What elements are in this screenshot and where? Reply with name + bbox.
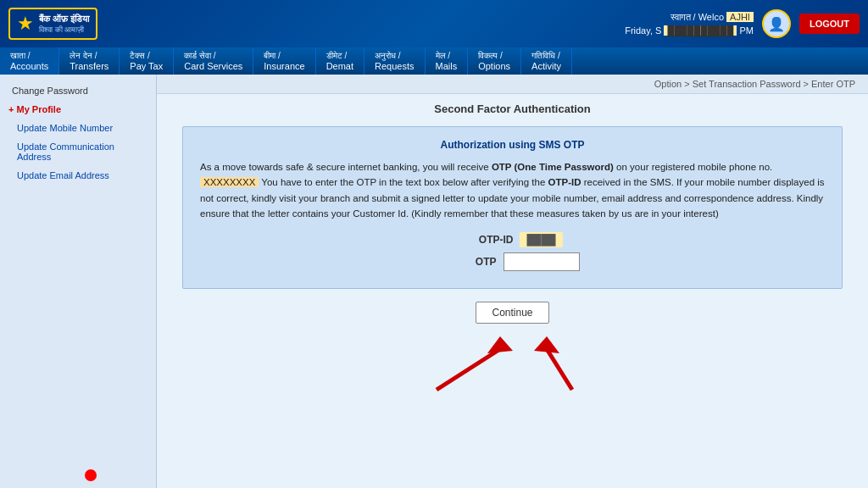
nav-insurance[interactable]: बीमा / Insurance	[253, 47, 315, 75]
nav-transfers[interactable]: लेन देन / Transfers	[59, 47, 120, 75]
svg-marker-3	[534, 336, 559, 353]
sidebar-update-email[interactable]: Update Email Address	[0, 166, 156, 185]
red-dot-indicator	[85, 469, 97, 481]
date-display: Friday, S ██████████ PM	[625, 24, 754, 38]
sidebar: Change Password + My Profile Update Mobi…	[0, 75, 157, 488]
nav-mails[interactable]: मेल / Mails	[426, 47, 469, 75]
continue-row: Continue	[182, 302, 843, 324]
nav-requests[interactable]: अनुरोध / Requests	[364, 47, 425, 75]
svg-line-0	[437, 349, 500, 390]
otp-id-label: OTP-ID	[462, 234, 513, 246]
bank-name-hindi: बैंक ऑफ़ इंडिया	[39, 13, 89, 25]
otp-card-title: Authorization using SMS OTP	[200, 139, 825, 151]
sidebar-update-mobile[interactable]: Update Mobile Number	[0, 119, 156, 137]
bank-tagline: विश्वा की आमाज़ी	[39, 25, 89, 35]
otp-input[interactable]	[504, 252, 580, 271]
nav-options[interactable]: विकल्प / Options	[468, 47, 521, 75]
star-icon: ★	[17, 13, 34, 35]
otp-label: OTP	[446, 256, 497, 268]
arrow-to-button	[437, 336, 513, 390]
sidebar-update-address[interactable]: Update Communication Address	[0, 137, 156, 166]
sidebar-my-profile[interactable]: + My Profile	[0, 100, 156, 119]
arrow-container	[182, 332, 843, 400]
arrows-svg	[301, 332, 725, 396]
svg-marker-1	[487, 336, 513, 353]
bank-logo: ★ बैंक ऑफ़ इंडिया विश्वा की आमाज़ी	[8, 8, 97, 40]
breadcrumb: Option > Set Transaction Password > Ente…	[157, 75, 868, 94]
welcome-label: स्वागत / Welco AJHI	[625, 10, 754, 25]
sidebar-change-password[interactable]: Change Password	[0, 81, 156, 100]
page-title: Second Factor Authentication	[157, 94, 868, 122]
welcome-text: स्वागत / Welco AJHI Friday, S ██████████…	[625, 10, 754, 38]
username-display: AJHI	[726, 12, 754, 22]
otp-input-row: OTP	[200, 252, 825, 271]
date-value: ██████████	[664, 25, 737, 36]
otp-id-row: OTP-ID ████	[200, 232, 825, 247]
logo-area: ★ बैंक ऑफ़ इंडिया विश्वा की आमाज़ी	[8, 8, 97, 40]
user-avatar: 👤	[762, 9, 791, 38]
nav-accounts[interactable]: खाता / Accounts	[0, 47, 59, 75]
otp-fields: OTP-ID ████ OTP	[200, 232, 825, 271]
nav-paytax[interactable]: टैक्स / Pay Tax	[120, 47, 174, 75]
arrow-to-otp	[534, 336, 572, 390]
otp-card: Authorization using SMS OTP As a move to…	[182, 126, 843, 289]
navigation-bar: खाता / Accounts लेन देन / Transfers टैक्…	[0, 47, 868, 75]
otp-id-value: ████	[520, 232, 562, 247]
otp-card-body: As a move towards safe & secure internet…	[200, 159, 825, 222]
masked-phone: XXXXXXXX	[200, 177, 259, 187]
logout-button[interactable]: LOGOUT	[799, 14, 860, 34]
nav-demat[interactable]: डीमेट / Demat	[316, 47, 364, 75]
svg-line-2	[547, 349, 572, 390]
nav-card-services[interactable]: कार्ड सेवा / Card Services	[174, 47, 253, 75]
top-right-area: स्वागत / Welco AJHI Friday, S ██████████…	[625, 9, 860, 38]
top-bar: ★ बैंक ऑफ़ इंडिया विश्वा की आमाज़ी स्वाग…	[0, 0, 868, 47]
content-area: Option > Set Transaction Password > Ente…	[157, 75, 868, 488]
main-layout: Change Password + My Profile Update Mobi…	[0, 75, 868, 488]
continue-button[interactable]: Continue	[476, 302, 548, 324]
continue-section: Continue	[182, 302, 843, 400]
nav-activity[interactable]: गतिविधि / Activity	[521, 47, 572, 75]
